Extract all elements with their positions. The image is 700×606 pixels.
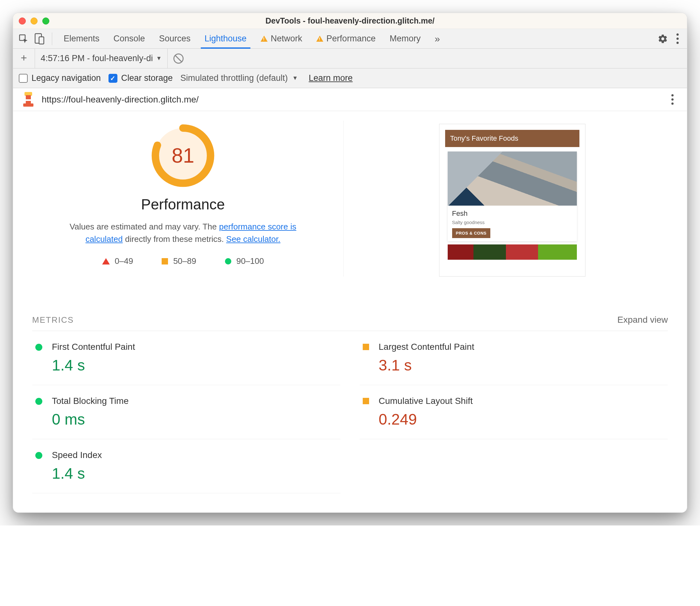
- more-tabs-button[interactable]: »: [429, 29, 446, 48]
- thumb-card-2: [448, 244, 577, 260]
- tab-sources[interactable]: Sources: [153, 29, 196, 48]
- thumb-card-subtitle: Salty goodness: [452, 219, 573, 225]
- square-icon: [162, 258, 168, 264]
- metric-value: 0.249: [379, 411, 473, 428]
- new-report-button[interactable]: +: [19, 51, 29, 65]
- device-toolbar-icon[interactable]: [33, 32, 46, 46]
- tab-console[interactable]: Console: [108, 29, 151, 48]
- legacy-nav-option[interactable]: Legacy navigation: [19, 73, 101, 83]
- metric-label: Cumulative Layout Shift: [379, 396, 473, 406]
- legend-pass: 90–100: [225, 256, 264, 266]
- score-description: Values are estimated and may vary. The p…: [68, 220, 297, 246]
- report-selector[interactable]: 4:57:16 PM - foul-heavenly-di ▼: [35, 49, 168, 68]
- metric-row[interactable]: Total Blocking Time0 ms: [32, 385, 340, 439]
- desc-text: directly from these metrics.: [123, 234, 226, 244]
- circle-icon: [225, 258, 231, 264]
- metric-value: 0 ms: [52, 411, 128, 428]
- metrics-header: METRICS Expand view: [32, 315, 668, 331]
- tab-label: Console: [114, 34, 145, 44]
- tab-label: Memory: [389, 34, 420, 44]
- desc-text: Values are estimated and may vary. The: [70, 222, 219, 231]
- metric-value: 1.4 s: [52, 465, 102, 482]
- status-circle-icon: [35, 398, 42, 405]
- thumb-header: Tony's Favorite Foods: [445, 130, 579, 147]
- status-circle-icon: [35, 344, 42, 351]
- metric-value: 1.4 s: [52, 356, 135, 374]
- screenshot-column: Tony's Favorite Foods Fesh Salty goodnes…: [356, 121, 668, 277]
- tab-performance[interactable]: Performance: [311, 29, 382, 48]
- report-url-row: https://foul-heavenly-direction.glitch.m…: [13, 88, 687, 111]
- metric-row[interactable]: First Contentful Paint1.4 s: [32, 331, 340, 385]
- thumb-image: [448, 152, 577, 206]
- score-value: 81: [151, 124, 215, 187]
- audited-url: https://foul-heavenly-direction.glitch.m…: [42, 95, 198, 105]
- status-square-icon: [363, 398, 369, 404]
- metric-label: Largest Contentful Paint: [379, 342, 474, 352]
- legend-label: 50–89: [173, 256, 196, 266]
- metric-row[interactable]: Speed Index1.4 s: [32, 439, 340, 493]
- option-label: Legacy navigation: [31, 73, 101, 83]
- divider: [52, 32, 52, 45]
- legend-label: 0–49: [115, 256, 133, 266]
- thumb-card-button: PROS & CONS: [452, 228, 491, 238]
- tab-label: Sources: [159, 34, 191, 44]
- page-screenshot: Tony's Favorite Foods Fesh Salty goodnes…: [439, 124, 585, 277]
- thumb-card: Fesh Salty goodness PROS & CONS: [448, 152, 577, 241]
- window-title: DevTools - foul-heavenly-direction.glitc…: [13, 16, 687, 25]
- minimize-window-button[interactable]: [30, 18, 38, 24]
- inspect-element-icon[interactable]: [17, 32, 30, 46]
- metric-label: First Contentful Paint: [52, 342, 135, 352]
- report-selector-label: 4:57:16 PM - foul-heavenly-di: [41, 53, 153, 63]
- expand-view-button[interactable]: Expand view: [617, 315, 668, 325]
- lighthouse-toolbar: + 4:57:16 PM - foul-heavenly-di ▼: [13, 49, 687, 68]
- lighthouse-logo-icon: [22, 93, 35, 107]
- option-label: Clear storage: [121, 73, 173, 83]
- metric-label: Speed Index: [52, 450, 102, 460]
- see-calculator-link[interactable]: See calculator.: [226, 234, 281, 244]
- tab-memory[interactable]: Memory: [384, 29, 426, 48]
- dropdown-caret-icon: ▼: [156, 55, 162, 62]
- traffic-lights: [19, 18, 49, 24]
- lighthouse-options-bar: Legacy navigation Clear storage Simulate…: [13, 68, 687, 88]
- dropdown-caret-icon: ▼: [292, 75, 298, 81]
- close-window-button[interactable]: [19, 18, 26, 24]
- metric-row[interactable]: Largest Contentful Paint3.1 s: [360, 331, 668, 385]
- throttling-selector[interactable]: Simulated throttling (default) ▼: [180, 73, 298, 83]
- score-legend: 0–49 50–89 90–100: [102, 256, 264, 266]
- titlebar: DevTools - foul-heavenly-direction.glitc…: [13, 13, 687, 29]
- metric-label: Total Blocking Time: [52, 396, 128, 406]
- tab-network[interactable]: Network: [255, 29, 308, 48]
- score-gauge: 81: [151, 124, 215, 187]
- devtools-window: DevTools - foul-heavenly-direction.glitc…: [13, 13, 687, 513]
- panel-tabstrip: Elements Console Sources Lighthouse Netw…: [13, 29, 687, 49]
- status-circle-icon: [35, 452, 42, 459]
- warning-icon: [261, 36, 268, 42]
- tab-label: Elements: [64, 34, 100, 44]
- svg-rect-2: [39, 37, 44, 44]
- metrics-heading: METRICS: [32, 315, 74, 325]
- report-menu-icon[interactable]: [667, 94, 678, 105]
- metrics-grid: First Contentful Paint1.4 sLargest Conte…: [32, 331, 668, 493]
- metrics-section: METRICS Expand view First Contentful Pai…: [32, 315, 668, 493]
- legend-label: 90–100: [236, 256, 264, 266]
- checkbox-unchecked-icon[interactable]: [19, 74, 28, 83]
- metric-value: 3.1 s: [379, 356, 474, 374]
- lighthouse-report: 81 Performance Values are estimated and …: [13, 111, 687, 512]
- tab-elements[interactable]: Elements: [58, 29, 105, 48]
- metric-row[interactable]: Cumulative Layout Shift0.249: [360, 385, 668, 439]
- more-menu-icon[interactable]: [672, 33, 683, 44]
- thumb-card-title: Fesh: [452, 209, 573, 218]
- zoom-window-button[interactable]: [42, 18, 49, 24]
- triangle-icon: [102, 258, 110, 264]
- tab-lighthouse[interactable]: Lighthouse: [199, 29, 252, 48]
- status-square-icon: [363, 344, 369, 350]
- tab-label: Network: [271, 34, 302, 44]
- category-title: Performance: [141, 196, 225, 213]
- settings-gear-icon[interactable]: [656, 32, 670, 46]
- legend-fail: 0–49: [102, 256, 133, 266]
- learn-more-link[interactable]: Learn more: [309, 73, 353, 83]
- legend-average: 50–89: [162, 256, 196, 266]
- checkbox-checked-icon[interactable]: [108, 74, 117, 83]
- clear-all-icon[interactable]: [173, 53, 184, 64]
- clear-storage-option[interactable]: Clear storage: [108, 73, 173, 83]
